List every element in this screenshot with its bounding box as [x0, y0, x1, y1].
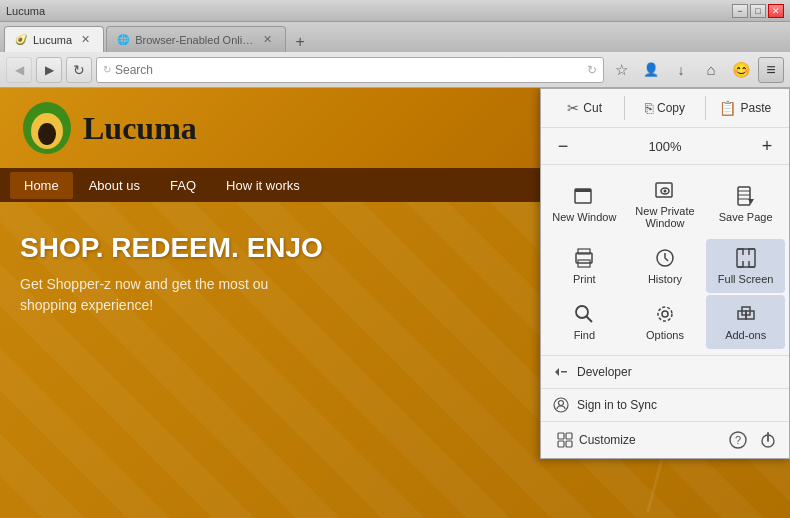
- nav-bar: ◀ ▶ ↻ ↻ ↻ ☆ 👤 ↓ ⌂ 😊 ≡: [0, 52, 790, 88]
- back-button[interactable]: ◀: [6, 57, 32, 83]
- options-icon: [654, 303, 676, 325]
- menu-grid: New Window New Private Window: [541, 165, 789, 356]
- nav-how[interactable]: How it works: [212, 172, 314, 199]
- save-page-label: Save Page: [719, 211, 773, 223]
- site-content: Lucuma Home About us FAQ How it works SH…: [0, 88, 790, 518]
- zoom-plus-button[interactable]: +: [753, 132, 781, 160]
- svg-point-2: [38, 123, 56, 145]
- customize-item[interactable]: Customize: [549, 426, 721, 454]
- customize-label: Customize: [579, 433, 636, 447]
- address-refresh-icon: ↻: [103, 64, 111, 75]
- svg-point-7: [663, 190, 666, 193]
- history-item[interactable]: History: [626, 239, 705, 293]
- zoom-minus-button[interactable]: −: [549, 132, 577, 160]
- zoom-row: − 100% +: [541, 128, 789, 165]
- full-screen-item[interactable]: Full Screen: [706, 239, 785, 293]
- options-label: Options: [646, 329, 684, 341]
- addons-item[interactable]: Add-ons: [706, 295, 785, 349]
- signin-icon: [553, 397, 569, 413]
- print-item[interactable]: Print: [545, 239, 624, 293]
- nav-faq[interactable]: FAQ: [156, 172, 210, 199]
- help-button[interactable]: ?: [725, 427, 751, 453]
- svg-point-17: [576, 306, 588, 318]
- svg-rect-29: [558, 441, 564, 447]
- downloads-icon[interactable]: ↓: [668, 57, 694, 83]
- copy-label: Copy: [657, 101, 685, 115]
- paste-icon: 📋: [719, 100, 736, 116]
- nav-about[interactable]: About us: [75, 172, 154, 199]
- tab-bar: 🥑 Lucuma ✕ 🌐 Browser-Enabled Online Adve…: [0, 22, 790, 52]
- power-icon: [759, 431, 777, 449]
- address-icons: ↻: [587, 63, 597, 77]
- svg-text:?: ?: [735, 434, 741, 446]
- lucuma-logo: Lucuma: [20, 101, 197, 156]
- nav-right-icons: ☆ 👤 ↓ ⌂ 😊 ≡: [608, 57, 784, 83]
- new-window-item[interactable]: New Window: [545, 171, 624, 237]
- window-controls: − □ ✕: [732, 4, 784, 18]
- lucuma-subtext-line2: shopping experience!: [20, 297, 153, 313]
- svg-line-18: [587, 317, 593, 323]
- cut-icon: ✂: [567, 100, 579, 116]
- new-window-icon: [573, 185, 595, 207]
- new-private-window-icon: [654, 179, 676, 201]
- svg-rect-30: [566, 441, 572, 447]
- address-input[interactable]: [115, 63, 583, 77]
- history-icon: [654, 247, 676, 269]
- window-title: Lucuma: [6, 5, 45, 17]
- find-item[interactable]: Find: [545, 295, 624, 349]
- address-bar[interactable]: ↻ ↻: [96, 57, 604, 83]
- cut-button[interactable]: ✂ Cut: [549, 95, 620, 121]
- reload-button[interactable]: ↻: [66, 57, 92, 83]
- cut-label: Cut: [583, 101, 602, 115]
- developer-label: Developer: [577, 365, 632, 379]
- tab-label-2: Browser-Enabled Online Advert...: [135, 34, 254, 46]
- print-label: Print: [573, 273, 596, 285]
- options-item[interactable]: Options: [626, 295, 705, 349]
- developer-icon: [553, 364, 569, 380]
- new-private-window-item[interactable]: New Private Window: [626, 171, 705, 237]
- firefox-menu: ✂ Cut ⎘ Copy 📋 Paste − 100% +: [540, 88, 790, 459]
- power-button[interactable]: [755, 427, 781, 453]
- new-private-window-label: New Private Window: [630, 205, 701, 229]
- tab-close-browser[interactable]: ✕: [260, 32, 275, 47]
- new-window-label: New Window: [552, 211, 616, 223]
- tab-label: Lucuma: [33, 34, 72, 46]
- tab-lucuma[interactable]: 🥑 Lucuma ✕: [4, 26, 104, 52]
- menu-button[interactable]: ≡: [758, 57, 784, 83]
- home-icon[interactable]: ⌂: [698, 57, 724, 83]
- zoom-value: 100%: [585, 139, 745, 154]
- find-icon: [573, 303, 595, 325]
- developer-item[interactable]: Developer: [541, 356, 789, 389]
- svg-rect-4: [575, 189, 591, 192]
- svg-rect-24: [561, 371, 567, 373]
- lucuma-title: Lucuma: [83, 110, 197, 147]
- tab-browser-ad[interactable]: 🌐 Browser-Enabled Online Advert... ✕: [106, 26, 286, 52]
- full-screen-icon: [735, 247, 757, 269]
- cut-copy-paste-row: ✂ Cut ⎘ Copy 📋 Paste: [541, 89, 789, 128]
- history-label: History: [648, 273, 682, 285]
- forward-button[interactable]: ▶: [36, 57, 62, 83]
- minimize-button[interactable]: −: [732, 4, 748, 18]
- save-page-item[interactable]: Save Page: [706, 171, 785, 237]
- divider-1: [624, 96, 625, 120]
- bookmark-icon[interactable]: ☆: [608, 57, 634, 83]
- svg-rect-8: [738, 187, 750, 205]
- maximize-button[interactable]: □: [750, 4, 766, 18]
- paste-button[interactable]: 📋 Paste: [710, 95, 781, 121]
- close-button[interactable]: ✕: [768, 4, 784, 18]
- paste-label: Paste: [740, 101, 771, 115]
- signin-item[interactable]: Sign in to Sync: [541, 389, 789, 422]
- tab-close-lucuma[interactable]: ✕: [78, 32, 93, 47]
- copy-button[interactable]: ⎘ Copy: [629, 95, 700, 121]
- divider-2: [705, 96, 706, 120]
- svg-point-26: [559, 401, 564, 406]
- lucuma-subtext: Get Shopper-z now and get the most ou sh…: [20, 274, 420, 316]
- svg-rect-27: [558, 433, 564, 439]
- print-icon: [573, 247, 595, 269]
- avocado-icon: [20, 101, 75, 156]
- sync-icon[interactable]: 😊: [728, 57, 754, 83]
- new-tab-button[interactable]: +: [288, 32, 312, 52]
- nav-home[interactable]: Home: [10, 172, 73, 199]
- refresh-icon[interactable]: ↻: [587, 63, 597, 77]
- reader-icon[interactable]: 👤: [638, 57, 664, 83]
